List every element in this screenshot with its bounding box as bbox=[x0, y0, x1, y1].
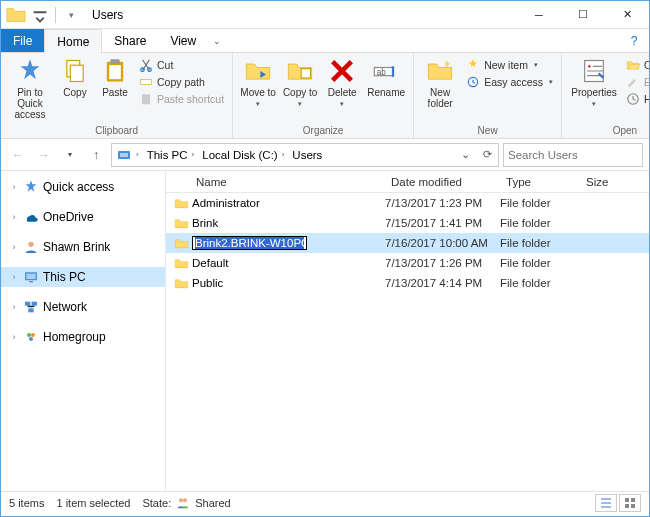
file-row[interactable]: Administrator7/13/2017 1:23 PMFile folde… bbox=[166, 193, 649, 213]
folder-icon bbox=[172, 216, 190, 231]
svg-rect-9 bbox=[301, 69, 310, 78]
file-row[interactable]: Default7/13/2017 1:26 PMFile folder bbox=[166, 253, 649, 273]
folder-icon bbox=[5, 5, 27, 25]
file-row[interactable]: Public7/13/2017 4:14 PMFile folder bbox=[166, 273, 649, 293]
cut-button[interactable]: Cut bbox=[137, 57, 226, 73]
tab-file[interactable]: File bbox=[1, 29, 44, 52]
rename-button[interactable]: ab Rename bbox=[363, 55, 409, 100]
search-input[interactable] bbox=[508, 149, 650, 161]
svg-rect-35 bbox=[32, 302, 37, 306]
copy-path-button[interactable]: Copy path bbox=[137, 74, 226, 90]
svg-point-30 bbox=[28, 242, 33, 247]
breadcrumb-segment: This PC› bbox=[143, 144, 199, 166]
nav-network[interactable]: ›Network bbox=[1, 297, 165, 317]
details-view-button[interactable] bbox=[595, 494, 617, 512]
file-type: File folder bbox=[500, 197, 580, 209]
easy-access-button[interactable]: Easy access▾ bbox=[464, 74, 555, 90]
svg-rect-43 bbox=[631, 498, 635, 502]
group-organize: Move to▾ Copy to▾ Delete▾ ab Rename Orga… bbox=[233, 53, 414, 138]
navigation-pane: ›Quick access ›OneDrive ›Shawn Brink ›Th… bbox=[1, 171, 166, 491]
paste-button[interactable]: Paste bbox=[95, 55, 135, 100]
svg-point-39 bbox=[29, 337, 33, 341]
close-button[interactable]: ✕ bbox=[605, 1, 649, 29]
column-headers[interactable]: Name Date modified Type Size bbox=[166, 171, 649, 193]
rename-input[interactable] bbox=[192, 236, 307, 250]
recent-locations-button[interactable]: ▾ bbox=[59, 144, 81, 166]
move-to-button[interactable]: Move to▾ bbox=[237, 55, 279, 110]
help-icon[interactable]: ? bbox=[625, 29, 649, 52]
svg-point-37 bbox=[27, 333, 31, 337]
breadcrumb-segment: Users bbox=[288, 144, 326, 166]
file-name: Administrator bbox=[192, 197, 260, 209]
folder-icon bbox=[172, 256, 190, 271]
svg-rect-29 bbox=[120, 153, 128, 157]
search-box[interactable]: 🔍 bbox=[503, 143, 643, 167]
file-name: Default bbox=[192, 257, 228, 269]
tab-view[interactable]: View bbox=[158, 29, 208, 52]
ribbon-tabs: File Home Share View ⌄ ? bbox=[1, 29, 649, 53]
col-size[interactable]: Size bbox=[580, 176, 649, 188]
svg-rect-4 bbox=[109, 65, 121, 79]
svg-rect-32 bbox=[26, 274, 35, 279]
address-row: ← → ▾ ↑ › This PC› Local Disk (C:)› User… bbox=[1, 139, 649, 171]
file-row[interactable]: Brink7/15/2017 1:41 PMFile folder bbox=[166, 213, 649, 233]
new-folder-button[interactable]: New folder bbox=[418, 55, 462, 111]
file-date: 7/15/2017 1:41 PM bbox=[385, 217, 500, 229]
copy-button[interactable]: Copy bbox=[55, 55, 95, 100]
file-date: 7/16/2017 10:00 AM bbox=[385, 237, 500, 249]
group-new: New folder New item▾ Easy access▾ New bbox=[414, 53, 562, 138]
ribbon-collapse-icon[interactable]: ⌄ bbox=[208, 29, 226, 52]
edit-button[interactable]: Edit bbox=[624, 74, 650, 90]
address-dropdown-icon[interactable]: ⌄ bbox=[454, 144, 476, 166]
new-item-button[interactable]: New item▾ bbox=[464, 57, 555, 73]
icons-view-button[interactable] bbox=[619, 494, 641, 512]
svg-point-14 bbox=[588, 65, 590, 67]
nav-onedrive[interactable]: ›OneDrive bbox=[1, 207, 165, 227]
maximize-button[interactable]: ☐ bbox=[561, 1, 605, 29]
refresh-icon[interactable]: ⟳ bbox=[476, 144, 498, 166]
col-name[interactable]: Name bbox=[190, 176, 385, 188]
file-type: File folder bbox=[500, 257, 580, 269]
address-bar[interactable]: › This PC› Local Disk (C:)› Users ⌄ ⟳ bbox=[111, 143, 499, 167]
svg-text:ab: ab bbox=[377, 68, 387, 77]
col-type[interactable]: Type bbox=[500, 176, 580, 188]
up-button[interactable]: ↑ bbox=[85, 144, 107, 166]
folder-icon bbox=[172, 236, 190, 251]
open-button[interactable]: Open▾ bbox=[624, 57, 650, 73]
forward-button[interactable]: → bbox=[33, 144, 55, 166]
nav-homegroup[interactable]: ›Homegroup bbox=[1, 327, 165, 347]
file-row[interactable]: 7/16/2017 10:00 AMFile folder bbox=[166, 233, 649, 253]
paste-shortcut-button[interactable]: Paste shortcut bbox=[137, 91, 226, 107]
delete-button[interactable]: Delete▾ bbox=[321, 55, 363, 110]
title-bar: ▾ Users ─ ☐ ✕ bbox=[1, 1, 649, 29]
folder-icon bbox=[172, 196, 190, 211]
svg-rect-33 bbox=[29, 281, 33, 282]
svg-rect-45 bbox=[631, 504, 635, 508]
breadcrumb-segment: Local Disk (C:)› bbox=[198, 144, 288, 166]
nav-user[interactable]: ›Shawn Brink bbox=[1, 237, 165, 257]
file-name: Public bbox=[192, 277, 223, 289]
history-button[interactable]: History bbox=[624, 91, 650, 107]
nav-quick-access[interactable]: ›Quick access bbox=[1, 177, 165, 197]
status-state: State: Shared bbox=[142, 495, 230, 511]
folder-icon bbox=[172, 276, 190, 291]
tab-share[interactable]: Share bbox=[102, 29, 158, 52]
svg-point-41 bbox=[183, 498, 187, 502]
properties-button[interactable]: Properties▾ bbox=[566, 55, 622, 110]
minimize-button[interactable]: ─ bbox=[517, 1, 561, 29]
svg-rect-36 bbox=[28, 308, 33, 312]
file-type: File folder bbox=[500, 217, 580, 229]
nav-this-pc[interactable]: ›This PC bbox=[1, 267, 165, 287]
file-name: Brink bbox=[192, 217, 218, 229]
pin-to-quick-access-button[interactable]: Pin to Quick access bbox=[5, 55, 55, 122]
tab-home[interactable]: Home bbox=[44, 29, 102, 53]
window-title: Users bbox=[86, 8, 517, 22]
qat-overflow-icon[interactable]: ▾ bbox=[60, 5, 82, 25]
col-date[interactable]: Date modified bbox=[385, 176, 500, 188]
back-button[interactable]: ← bbox=[7, 144, 29, 166]
copy-to-button[interactable]: Copy to▾ bbox=[279, 55, 321, 110]
qat-dropdown-icon[interactable] bbox=[29, 5, 51, 25]
group-clipboard: Pin to Quick access Copy Paste Cut Copy … bbox=[1, 53, 233, 138]
svg-rect-34 bbox=[25, 302, 30, 306]
file-date: 7/13/2017 1:23 PM bbox=[385, 197, 500, 209]
